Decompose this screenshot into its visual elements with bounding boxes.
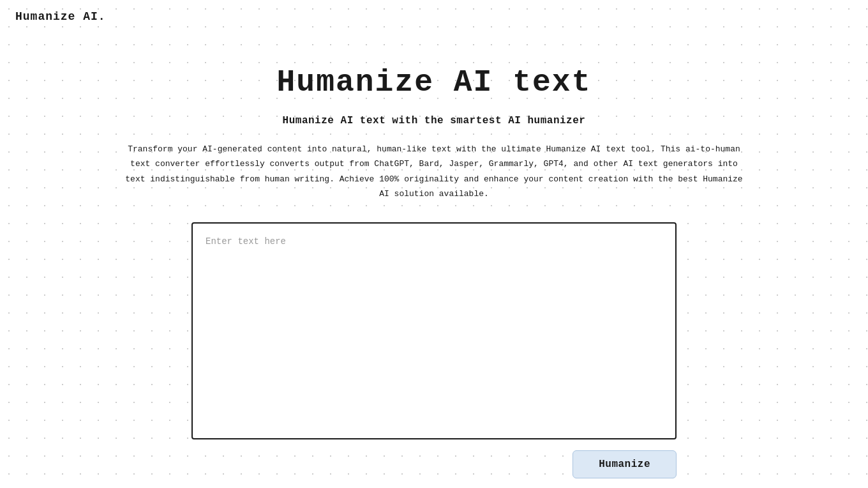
- humanize-button[interactable]: Humanize: [572, 450, 677, 478]
- page-description: Transform your AI-generated content into…: [96, 142, 772, 202]
- navbar: Humanize AI.: [0, 0, 868, 33]
- page-subtitle: Humanize AI text with the smartest AI hu…: [283, 115, 586, 126]
- navbar-brand: Humanize AI.: [15, 10, 106, 23]
- humanize-button-container: Humanize: [191, 450, 677, 478]
- main-content: Humanize AI text Humanize AI text with t…: [0, 33, 868, 478]
- text-area-container: [191, 222, 677, 443]
- text-input[interactable]: [191, 222, 677, 439]
- page-title: Humanize AI text: [277, 65, 592, 100]
